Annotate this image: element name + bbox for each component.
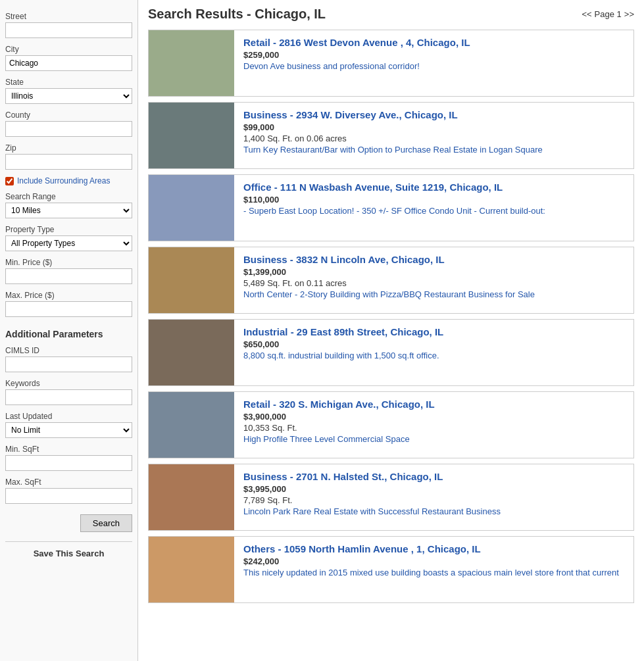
listing-card: Industrial - 29 East 89th Street, Chicag… (148, 319, 634, 386)
min-price-label: Min. Price ($) (5, 258, 132, 267)
page-label: Page 1 (595, 9, 622, 19)
search-range-label: Search Range (5, 192, 132, 201)
listing-title[interactable]: Business - 2701 N. Halsted St., Chicago,… (243, 471, 624, 482)
cimls-id-input[interactable] (5, 356, 132, 372)
listing-content: Business - 2701 N. Halsted St., Chicago,… (234, 464, 633, 530)
listing-image (149, 103, 234, 168)
listing-image (149, 175, 234, 241)
max-price-input[interactable] (5, 301, 132, 317)
city-input[interactable] (5, 55, 132, 71)
listing-card: Retail - 320 S. Michigan Ave., Chicago, … (148, 391, 634, 458)
listing-card: Retail - 2816 West Devon Avenue , 4, Chi… (148, 30, 634, 97)
search-button[interactable]: Search (80, 514, 132, 532)
listings-container: Retail - 2816 West Devon Avenue , 4, Chi… (148, 30, 634, 603)
listing-description: This nicely updated in 2015 mixed use bu… (243, 568, 624, 577)
street-input[interactable] (5, 22, 132, 38)
zip-input[interactable] (5, 154, 132, 170)
listing-price: $650,000 (243, 339, 624, 349)
listing-card: Business - 2701 N. Halsted St., Chicago,… (148, 464, 634, 531)
listing-image (149, 320, 234, 385)
next-page-link[interactable]: >> (624, 9, 634, 19)
min-sqft-label: Min. SqFt (5, 445, 132, 454)
county-input[interactable] (5, 121, 132, 137)
listing-title[interactable]: Industrial - 29 East 89th Street, Chicag… (243, 326, 624, 337)
city-label: City (5, 45, 132, 54)
max-sqft-input[interactable] (5, 488, 132, 504)
listing-image (149, 30, 234, 96)
include-surrounding-row: Include Surrounding Areas (5, 176, 132, 185)
keywords-label: Keywords (5, 379, 132, 388)
max-sqft-label: Max. SqFt (5, 477, 132, 487)
listing-description: Devon Ave business and professional corr… (243, 61, 624, 71)
additional-params-section: Additional Parameters CIMLS ID Keywords … (5, 329, 132, 504)
save-search-link[interactable]: Save This Search (34, 549, 105, 558)
listing-image (149, 392, 234, 458)
min-sqft-input[interactable] (5, 455, 132, 471)
listing-content: Others - 1059 North Hamlin Avenue , 1, C… (234, 537, 633, 602)
additional-params-title: Additional Parameters (5, 329, 132, 339)
main-content: Search Results - Chicago, IL << Page 1 >… (138, 0, 644, 661)
min-price-input[interactable] (5, 268, 132, 284)
listing-title[interactable]: Retail - 2816 West Devon Avenue , 4, Chi… (243, 37, 624, 48)
listing-description: North Center - 2-Story Building with Piz… (243, 289, 624, 299)
state-select[interactable]: Illinois (5, 88, 132, 104)
search-btn-row: Search (5, 514, 132, 532)
zip-label: Zip (5, 143, 132, 153)
cimls-id-label: CIMLS ID (5, 346, 132, 355)
listing-title[interactable]: Retail - 320 S. Michigan Ave., Chicago, … (243, 399, 624, 410)
listing-price: $99,000 (243, 122, 624, 132)
listing-image (149, 537, 234, 602)
prev-page-link[interactable]: << (582, 9, 591, 19)
listing-content: Retail - 2816 West Devon Avenue , 4, Chi… (234, 30, 633, 96)
listing-title[interactable]: Business - 2934 W. Diversey Ave., Chicag… (243, 109, 624, 120)
listing-price: $1,399,000 (243, 267, 624, 277)
listing-detail: 7,789 Sq. Ft. (243, 495, 624, 505)
listing-detail: 1,400 Sq. Ft. on 0.06 acres (243, 134, 624, 143)
listing-content: Office - 111 N Wasbash Avenue, Suite 121… (234, 175, 633, 241)
listing-content: Business - 3832 N Lincoln Ave, Chicago, … (234, 247, 633, 313)
listing-image (149, 247, 234, 313)
keywords-input[interactable] (5, 389, 132, 405)
include-surrounding-label: Include Surrounding Areas (17, 176, 110, 185)
listing-description: 8,800 sq.ft. industrial building with 1,… (243, 351, 624, 360)
listing-price: $110,000 (243, 195, 624, 205)
listing-title[interactable]: Office - 111 N Wasbash Avenue, Suite 121… (243, 182, 624, 193)
listing-detail: 10,353 Sq. Ft. (243, 423, 624, 433)
listing-description: High Profile Three Level Commercial Spac… (243, 434, 624, 444)
save-search-row: Save This Search (5, 541, 132, 558)
property-type-label: Property Type (5, 225, 132, 234)
street-label: Street (5, 12, 132, 21)
listing-price: $3,995,000 (243, 484, 624, 494)
listing-description: - Superb East Loop Location! - 350 +/- S… (243, 206, 624, 216)
listing-card: Office - 111 N Wasbash Avenue, Suite 121… (148, 174, 634, 241)
state-label: State (5, 78, 132, 87)
listing-card: Business - 2934 W. Diversey Ave., Chicag… (148, 102, 634, 169)
listing-content: Industrial - 29 East 89th Street, Chicag… (234, 320, 633, 385)
listing-content: Retail - 320 S. Michigan Ave., Chicago, … (234, 392, 633, 458)
last-updated-select[interactable]: No Limit 1 Day 7 Days 30 Days (5, 422, 132, 438)
sidebar: Street City State Illinois County Zip In… (0, 0, 138, 661)
listing-content: Business - 2934 W. Diversey Ave., Chicag… (234, 103, 633, 168)
listing-detail: 5,489 Sq. Ft. on 0.11 acres (243, 278, 624, 288)
pagination: << Page 1 >> (582, 9, 634, 19)
search-range-select[interactable]: 10 Miles 25 Miles 50 Miles (5, 203, 132, 218)
include-surrounding-checkbox[interactable] (5, 177, 14, 185)
listing-title[interactable]: Business - 3832 N Lincoln Ave, Chicago, … (243, 254, 624, 265)
listing-description: Turn Key Restaurant/Bar with Option to P… (243, 145, 624, 155)
max-price-label: Max. Price ($) (5, 291, 132, 300)
last-updated-label: Last Updated (5, 412, 132, 421)
listing-price: $3,900,000 (243, 412, 624, 422)
main-header: Search Results - Chicago, IL << Page 1 >… (148, 7, 634, 22)
listing-card: Business - 3832 N Lincoln Ave, Chicago, … (148, 247, 634, 314)
property-type-select[interactable]: All Property Types Retail Office Industr… (5, 235, 132, 251)
listing-image (149, 464, 234, 530)
listing-price: $242,000 (243, 556, 624, 566)
listing-card: Others - 1059 North Hamlin Avenue , 1, C… (148, 536, 634, 603)
page-title: Search Results - Chicago, IL (148, 7, 326, 22)
listing-description: Lincoln Park Rare Real Estate with Succe… (243, 506, 624, 516)
listing-title[interactable]: Others - 1059 North Hamlin Avenue , 1, C… (243, 543, 624, 554)
listing-price: $259,000 (243, 50, 624, 60)
county-label: County (5, 110, 132, 120)
